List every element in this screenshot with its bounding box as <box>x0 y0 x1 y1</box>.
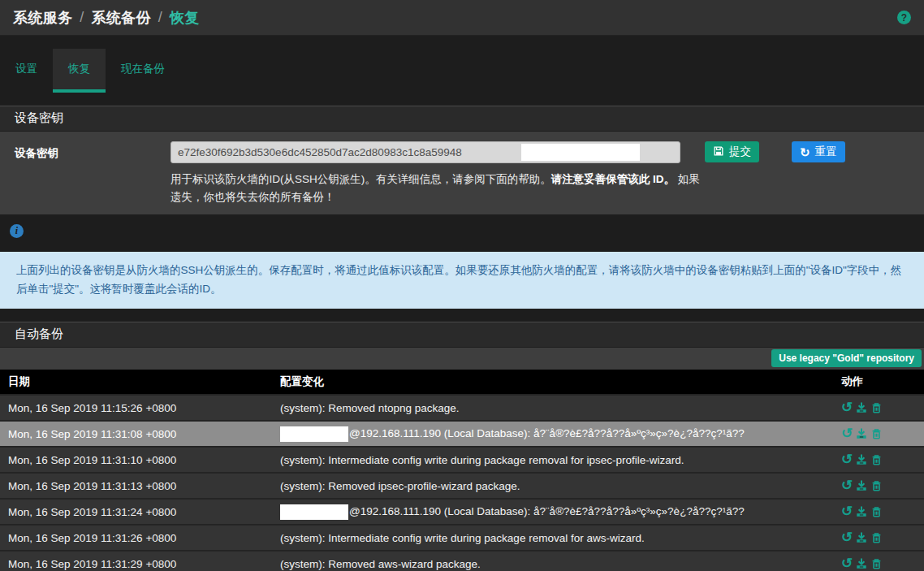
auto-backup-panel: 自动备份 Use legacy "Gold" repository 日期 配置变… <box>0 322 924 571</box>
backup-date: Mon, 16 Sep 2019 11:31:29 +0800 <box>0 558 272 570</box>
use-legacy-gold-repository-button[interactable]: Use legacy "Gold" repository <box>771 349 922 367</box>
page: 系统服务 / 系统备份 / 恢复 ? 设置 恢复 现在备份 设备密钥 设备密钥 <box>0 0 924 571</box>
tab-bar: 设置 恢复 现在备份 <box>0 49 924 93</box>
backup-config-text: (system): Removed aws-wizard package. <box>280 558 481 570</box>
backup-actions: ↺ <box>841 531 924 545</box>
reset-button[interactable]: ↻ 重置 <box>792 141 845 162</box>
backup-config-change: @192.168.111.190 (Local Database): å?¨å®… <box>272 504 841 520</box>
breadcrumb-separator: / <box>158 9 162 26</box>
download-backup-icon[interactable] <box>855 557 868 570</box>
delete-backup-icon[interactable] <box>870 401 883 414</box>
redaction-box <box>280 426 348 442</box>
download-backup-icon[interactable] <box>855 479 868 492</box>
delete-backup-icon[interactable] <box>870 453 883 466</box>
backup-config-change: (system): Intermediate config write duri… <box>272 532 841 544</box>
backup-date: Mon, 16 Sep 2019 11:15:26 +0800 <box>0 402 272 414</box>
download-backup-icon[interactable] <box>855 453 868 466</box>
delete-backup-icon[interactable] <box>870 479 883 492</box>
submit-button-label: 提交 <box>729 145 751 159</box>
table-row: Mon, 16 Sep 2019 11:31:29 +0800 (system)… <box>0 550 924 571</box>
restore-backup-icon[interactable]: ↺ <box>841 556 853 570</box>
download-backup-icon[interactable] <box>855 401 868 414</box>
backup-config-text: @192.168.111.190 (Local Database): å?¨å®… <box>349 505 745 517</box>
backup-table-header: 日期 配置变化 动作 <box>0 370 924 394</box>
delete-backup-icon[interactable] <box>870 557 883 570</box>
breadcrumb-separator: / <box>80 9 84 26</box>
submit-button[interactable]: 提交 <box>705 141 759 162</box>
backup-date: Mon, 16 Sep 2019 11:31:26 +0800 <box>0 532 272 544</box>
restore-backup-icon[interactable]: ↺ <box>841 504 853 518</box>
tab-backup-now[interactable]: 现在备份 <box>106 49 180 93</box>
backup-config-text: @192.168.111.190 (Local Database): å?¨å®… <box>349 427 745 439</box>
backup-config-change: @192.168.111.190 (Local Database): å?¨å®… <box>272 426 841 442</box>
device-key-panel-title: 设备密钥 <box>0 106 924 132</box>
restore-backup-icon[interactable]: ↺ <box>841 400 853 414</box>
device-key-panel: 设备密钥 设备密钥 <box>0 106 924 214</box>
help-icon[interactable]: ? <box>897 11 911 24</box>
backup-table-body: Mon, 16 Sep 2019 11:15:26 +0800 (system)… <box>0 394 924 571</box>
column-header-date: 日期 <box>0 374 272 389</box>
backup-date: Mon, 16 Sep 2019 11:31:13 +0800 <box>0 480 272 492</box>
backup-actions: ↺ <box>841 453 924 467</box>
delete-backup-icon[interactable] <box>870 531 883 544</box>
backup-actions: ↺ <box>841 479 924 493</box>
backup-actions: ↺ <box>841 427 924 441</box>
tab-restore[interactable]: 恢复 <box>53 49 106 93</box>
download-backup-icon[interactable] <box>855 505 868 518</box>
restore-backup-icon[interactable]: ↺ <box>841 478 853 492</box>
info-alert: 上面列出的设备密钥是从防火墙的SSH公钥派生的。保存配置时，将通过此值标识该配置… <box>0 252 924 309</box>
backup-config-change: (system): Removed ntopng package. <box>272 402 841 414</box>
breadcrumb-system-services[interactable]: 系统服务 <box>13 8 72 28</box>
table-row: Mon, 16 Sep 2019 11:31:08 +0800 @192.168… <box>0 420 924 446</box>
backup-actions: ↺ <box>841 505 924 519</box>
delete-backup-icon[interactable] <box>870 505 883 518</box>
auto-backup-panel-title: 自动备份 <box>0 322 924 348</box>
table-row: Mon, 16 Sep 2019 11:31:13 +0800 (system)… <box>0 472 924 498</box>
backup-config-text: (system): Removed ntopng package. <box>280 402 460 414</box>
save-icon <box>713 145 724 158</box>
column-header-actions: 动作 <box>841 374 924 389</box>
backup-config-change: (system): Removed aws-wizard package. <box>272 558 841 570</box>
backup-actions: ↺ <box>841 401 924 415</box>
column-header-config-change: 配置变化 <box>272 374 841 389</box>
top-navbar: 系统服务 / 系统备份 / 恢复 ? <box>0 0 924 36</box>
backup-date: Mon, 16 Sep 2019 11:31:10 +0800 <box>0 454 272 466</box>
restore-backup-icon[interactable]: ↺ <box>841 530 853 544</box>
redaction-box <box>280 504 348 520</box>
refresh-icon: ↻ <box>800 146 810 158</box>
device-key-panel-body: 设备密钥 <box>0 132 924 214</box>
backup-actions: ↺ <box>841 557 924 571</box>
breadcrumb: 系统服务 / 系统备份 / 恢复 <box>13 8 200 28</box>
delete-backup-icon[interactable] <box>870 427 883 440</box>
auto-backup-panel-body: Use legacy "Gold" repository 日期 配置变化 动作 … <box>0 348 924 571</box>
backup-config-change: (system): Intermediate config write duri… <box>272 454 841 466</box>
table-row: Mon, 16 Sep 2019 11:15:26 +0800 (system)… <box>0 394 924 420</box>
reset-button-label: 重置 <box>815 145 837 159</box>
info-icon[interactable]: i <box>10 224 24 238</box>
backup-config-change: (system): Removed ipsec-profile-wizard p… <box>272 480 841 492</box>
device-key-help-text: 用于标识该防火墙的ID(从SSH公钥派生)。有关详细信息，请参阅下面的帮助。请注… <box>171 171 703 205</box>
backup-config-text: (system): Removed ipsec-profile-wizard p… <box>280 480 520 492</box>
device-key-input-wrap <box>171 141 680 163</box>
backup-date: Mon, 16 Sep 2019 11:31:08 +0800 <box>0 428 272 440</box>
breadcrumb-system-backup[interactable]: 系统备份 <box>92 8 151 28</box>
tab-settings[interactable]: 设置 <box>0 49 53 93</box>
table-row: Mon, 16 Sep 2019 11:31:24 +0800 @192.168… <box>0 498 924 524</box>
table-row: Mon, 16 Sep 2019 11:31:10 +0800 (system)… <box>0 446 924 472</box>
download-backup-icon[interactable] <box>855 427 868 440</box>
restore-backup-icon[interactable]: ↺ <box>841 426 853 440</box>
backup-date: Mon, 16 Sep 2019 11:31:24 +0800 <box>0 506 272 518</box>
device-key-label: 设备密钥 <box>15 141 171 205</box>
table-row: Mon, 16 Sep 2019 11:31:26 +0800 (system)… <box>0 524 924 550</box>
backup-config-text: (system): Intermediate config write duri… <box>280 454 684 466</box>
redaction-box <box>521 144 640 161</box>
backup-config-text: (system): Intermediate config write duri… <box>280 532 645 544</box>
restore-backup-icon[interactable]: ↺ <box>841 452 853 466</box>
breadcrumb-restore-current: 恢复 <box>170 8 200 28</box>
download-backup-icon[interactable] <box>855 531 868 544</box>
